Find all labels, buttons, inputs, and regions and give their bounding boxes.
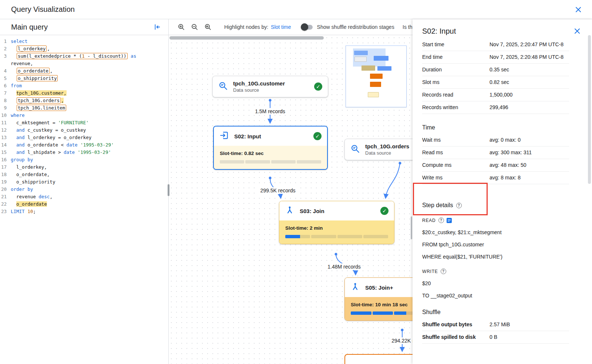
highlighted-token-box: o_orderdate	[17, 68, 50, 74]
graph-node-s06[interactable]	[344, 354, 413, 364]
query-visualization-app: Query Visualization Main query 1select2 …	[0, 0, 592, 364]
edge-record-count: 294.22K rec	[389, 337, 413, 344]
code-line: 18 o_orderdate,	[0, 171, 168, 178]
code-line: 14 and o_orderdate < date '1995-03-29'	[0, 141, 168, 149]
graph-minimap[interactable]	[346, 46, 407, 107]
shuffle-toggle-label: Show shuffle redistribution stages	[317, 24, 394, 30]
canvas-vertical-scrollbar[interactable]	[411, 216, 412, 239]
join-icon	[285, 205, 295, 216]
slot-progress-bar	[285, 235, 388, 238]
code-line: 16group by	[0, 156, 168, 164]
code-line: revenue,	[0, 60, 168, 67]
slot-progress-bar	[351, 311, 413, 315]
help-icon[interactable]: ?	[456, 203, 462, 208]
minimap-bar	[370, 74, 383, 79]
detail-label: Write ms	[422, 174, 490, 182]
edge-record-count: 1.5M records	[253, 108, 287, 115]
panel-scrollbar[interactable]	[588, 35, 591, 184]
help-icon[interactable]: ?	[438, 218, 444, 223]
code-line: 1select	[0, 38, 168, 45]
zoom-in-icon	[178, 23, 185, 31]
panel-resize-handle[interactable]	[168, 184, 169, 196]
shuffle-section-title: Shuffle	[422, 309, 569, 316]
data-source-icon	[218, 81, 228, 92]
detail-value: 2.57 MiB	[490, 321, 569, 328]
code-line: 9 tpch_10G.lineitem	[0, 104, 168, 112]
code-line: 19 o_shippriority	[0, 178, 168, 186]
minimap-bar	[377, 66, 391, 71]
highlight-nodes-label: Highlight nodes by:	[224, 24, 268, 30]
code-line: 3 sum(l_extendedprice * (1 - l_discount)…	[0, 53, 168, 60]
detail-row: Records written299,496	[422, 101, 569, 114]
detail-value: avg: 0 max: 0	[490, 136, 569, 144]
node-subtitle: Data source	[365, 150, 409, 156]
highlighted-token-box: sum(l_extendedprice * (1 - l_discount))	[17, 53, 128, 59]
join-icon	[350, 282, 360, 293]
node-title: tpch_10G.orders	[365, 143, 409, 149]
graph-node-s05[interactable]: S05: Join+Slot-time: 10 min 18 sec	[344, 277, 413, 321]
read-columns: $20:c_custkey, $21:c_mktsegment	[422, 229, 569, 235]
minimap-bar	[354, 57, 367, 62]
read-section-header: READ ?	[422, 218, 569, 223]
code-line: 17 l_orderkey,	[0, 164, 168, 171]
shuffle-stats-table: Shuffle output bytes2.57 MiBShuffle spil…	[422, 318, 569, 344]
detail-row: Compute msavg: 48 max: 50	[422, 159, 569, 172]
detail-label: End time	[422, 53, 490, 61]
code-line: 20order by	[0, 186, 168, 193]
success-check-icon: ✓	[380, 207, 388, 215]
detail-row: Shuffle output bytes2.57 MiB	[422, 318, 569, 331]
graph-node-orders[interactable]: tpch_10G.ordersData source	[344, 139, 413, 160]
detail-label: Duration	[422, 66, 490, 74]
node-title: tpch_10G.customer	[233, 80, 285, 87]
zoom-out-button[interactable]	[190, 23, 199, 31]
detail-value: avg: 300 max: 311	[490, 149, 569, 156]
detail-label: Records read	[422, 91, 490, 99]
detail-value: 0.35 sec	[490, 66, 569, 74]
minimap-bar	[374, 56, 388, 61]
help-icon[interactable]: ?	[441, 269, 446, 274]
graph-node-s02[interactable]: S02: Input✓Slot-time: 0.82 sec	[213, 126, 328, 170]
truncated-toolbar-text: Is th	[403, 24, 412, 30]
sql-editor[interactable]: 1select2 l_orderkey,3 sum(l_extendedpric…	[0, 35, 168, 215]
highlighted-token-box: tpch_10G.lineitem	[17, 105, 66, 111]
detail-value: Nov 7, 2025, 2:20:47 PM UTC-8	[490, 41, 569, 48]
read-label: READ	[422, 218, 436, 223]
collapse-panel-button[interactable]	[152, 22, 162, 32]
detail-label: Compute ms	[422, 161, 490, 169]
minimap-bar	[361, 65, 375, 71]
read-where: WHERE equal($21, 'FURNITURE')	[422, 254, 569, 260]
slot-progress-bar	[220, 160, 321, 164]
close-details-button[interactable]	[573, 27, 582, 36]
horizontal-scrollbar[interactable]	[169, 36, 324, 40]
detail-value: 1,500,000	[490, 91, 569, 99]
minimap-bar	[370, 82, 381, 87]
close-icon	[574, 27, 581, 35]
node-title: S03: Join	[300, 208, 324, 214]
node-title: S02: Input	[234, 133, 261, 139]
zoom-in-button[interactable]	[177, 23, 186, 31]
graph-node-customer[interactable]: tpch_10G.customerData source✓	[212, 76, 328, 97]
detail-value: avg: 48 max: 50	[490, 161, 569, 169]
write-section-header: WRITE ?	[422, 269, 569, 274]
node-subtitle: Data source	[233, 87, 285, 93]
detail-value: 299,496	[490, 104, 569, 111]
zoom-reset-button[interactable]	[204, 23, 212, 31]
input-icon	[219, 131, 229, 142]
code-line: 6from	[0, 82, 168, 90]
code-line: 21 revenue desc,	[0, 193, 168, 200]
close-visualization-button[interactable]	[574, 5, 583, 14]
detail-label: Records written	[422, 104, 490, 111]
graph-node-s03[interactable]: S03: Join✓Slot-time: 2 min	[279, 201, 394, 244]
code-line: 4 o_orderdate,	[0, 67, 168, 75]
detail-label: Wait ms	[422, 136, 490, 144]
highlight-mode-select[interactable]: Slot time	[271, 24, 291, 30]
detail-value: Nov 7, 2025, 2:20:48 PM UTC-8	[490, 53, 569, 61]
execution-graph-canvas[interactable]: tpch_10G.customerData source✓S02: Input✓…	[169, 35, 413, 364]
shuffle-stages-toggle[interactable]	[302, 25, 313, 30]
toggle-knob	[301, 23, 308, 31]
code-line: 22 o_orderdate	[0, 200, 168, 208]
detail-row: Read msavg: 300 max: 311	[422, 146, 569, 159]
detail-value: 0.82 sec	[490, 78, 569, 86]
time-stats-table: Wait msavg: 0 max: 0Read msavg: 300 max:…	[422, 134, 569, 184]
step-details-title: Step details	[422, 202, 453, 209]
